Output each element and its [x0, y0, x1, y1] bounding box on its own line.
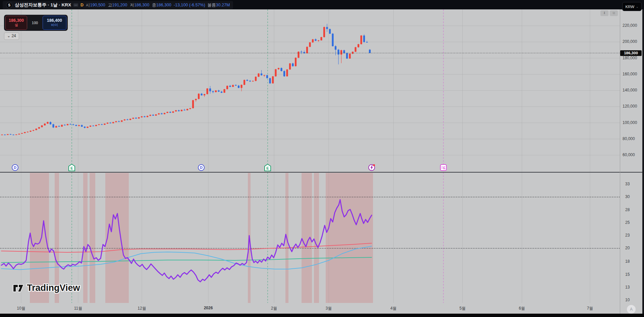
object-count: 24 — [11, 34, 16, 38]
flash-event-marker-icon[interactable] — [368, 164, 375, 171]
ohlc-field: 종186,300 — [152, 2, 171, 8]
price-tick-label: 80,000 — [623, 136, 635, 141]
volume-field: 볼륨30.27M — [208, 2, 230, 8]
tradingview-chart-window: S 삼성전자보통주 · 1날 · KRX — D 시190,500고191,20… — [0, 0, 644, 317]
svg-text:D: D — [200, 166, 203, 170]
indicator-tick-label: 10 — [625, 298, 630, 302]
symbol-title[interactable]: 삼성전자보통주 · 1날 · KRX — [15, 2, 71, 8]
sell-price: 186,300 — [6, 18, 27, 23]
indicator-tick-label: 23 — [625, 233, 630, 238]
time-tick-label: 2026 — [198, 306, 218, 310]
symbol-logo: S — [6, 2, 12, 8]
time-tick-label: 11월 — [68, 306, 88, 311]
price-tick-label: 60,000 — [623, 152, 635, 157]
price-tick-label: 120,000 — [623, 104, 637, 109]
earnings-marker-icon[interactable]: E — [68, 164, 75, 171]
chevron-down-icon: ⌄ — [7, 34, 10, 38]
quantity-field[interactable]: 100 — [27, 21, 42, 25]
sell-button[interactable]: 186,300 셀 — [5, 16, 27, 30]
collapse-icon[interactable]: — — [73, 3, 78, 7]
economic-event-marker-icon[interactable]: E — [440, 164, 447, 171]
dividend-marker-icon[interactable]: D — [11, 164, 19, 171]
time-tick-label: 12월 — [132, 306, 152, 311]
download-icon[interactable]: ⬇ — [600, 10, 608, 16]
panel-separator[interactable] — [0, 172, 644, 173]
buy-button[interactable]: 186,400 바이 — [43, 16, 66, 30]
currency-selector[interactable]: KRW ⌄ — [622, 2, 642, 11]
time-tick-label: 2월 — [264, 306, 284, 311]
svg-text:D: D — [14, 166, 16, 170]
right-edge-strip — [642, 9, 644, 314]
time-tick-label: 5월 — [452, 306, 473, 311]
price-tick-label: 140,000 — [623, 88, 637, 92]
tradingview-watermark[interactable]: TradingView — [13, 283, 80, 293]
last-price-badge: 186,300 — [620, 50, 642, 56]
time-tick-label: 6월 — [512, 306, 532, 311]
bottom-bar — [0, 314, 644, 317]
object-tree-chip[interactable]: ⌄ 24 — [4, 33, 19, 40]
order-panel: 186,300 셀 100 186,400 바이 — [4, 15, 68, 31]
indicator-tick-label: 30 — [625, 194, 630, 199]
indicator-tick-label: 18 — [625, 259, 630, 264]
tradingview-wordmark: TradingView — [27, 283, 80, 293]
currency-label: KRW — [625, 5, 634, 9]
indicator-tick-label: 13 — [625, 285, 630, 290]
indicator-tick-label: 28 — [625, 207, 630, 212]
svg-text:E: E — [70, 166, 73, 170]
symbol-legend[interactable]: S 삼성전자보통주 · 1날 · KRX — D 시190,500고191,20… — [3, 1, 233, 9]
price-tick-label: 220,000 — [623, 23, 637, 28]
svg-text:E: E — [266, 166, 269, 170]
chart-plot-area[interactable] — [0, 9, 620, 306]
change-value: -13,100 (-6.57%) — [174, 3, 205, 7]
timeframe-label: D — [80, 3, 84, 7]
ohlc-field: 저186,300 — [130, 2, 149, 8]
dividend-marker-icon[interactable]: D — [198, 164, 205, 171]
price-tick-label: 180,000 — [623, 56, 637, 60]
buy-label: 바이 — [43, 23, 66, 27]
time-tick-label: 4월 — [383, 306, 404, 311]
price-tick-label: 200,000 — [623, 39, 637, 44]
ohlc-field: 고191,200 — [108, 2, 127, 8]
volume-value: 30.27M — [216, 3, 230, 7]
ohlc-values: 시190,500고191,200저186,300종186,300 — [86, 2, 171, 8]
tradingview-logo-icon — [13, 283, 24, 293]
indicator-tick-label: 33 — [625, 182, 630, 186]
time-tick-label: 7월 — [580, 306, 600, 311]
indicator-tick-label: 25 — [625, 220, 630, 225]
svg-text:E: E — [443, 166, 445, 170]
time-tick-label: 3월 — [319, 306, 339, 311]
indicator-tick-label: 15 — [625, 272, 630, 277]
buy-price: 186,400 — [43, 18, 66, 23]
auto-scale-button[interactable]: A — [627, 305, 636, 314]
camera-icon[interactable]: ⧉ — [610, 10, 618, 16]
price-tick-label: 160,000 — [623, 72, 637, 76]
time-tick-label: 10월 — [11, 306, 31, 311]
price-tick-label: 100,000 — [623, 120, 637, 125]
indicator-tick-label: 20 — [625, 246, 630, 250]
ohlc-field: 시190,500 — [86, 2, 105, 8]
chevron-down-icon: ⌄ — [636, 5, 639, 8]
sell-label: 셀 — [6, 23, 27, 27]
earnings-marker-icon[interactable]: E — [264, 164, 271, 171]
